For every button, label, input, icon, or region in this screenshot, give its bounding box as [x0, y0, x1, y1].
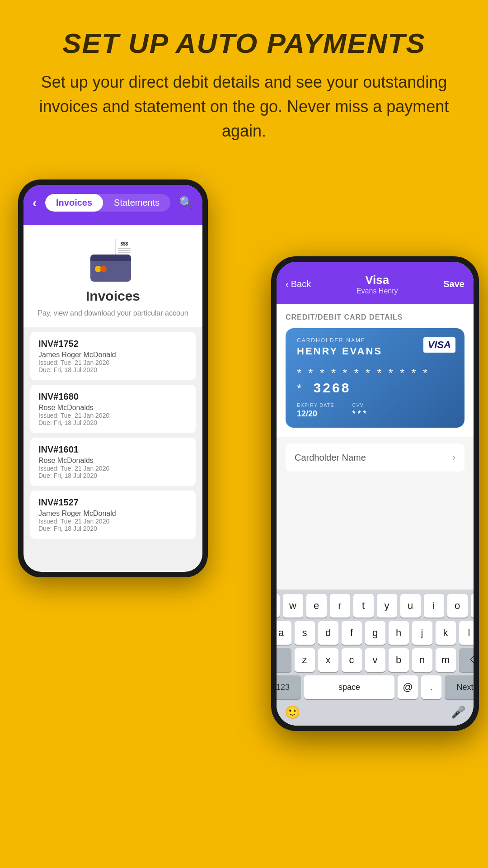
cardholder-field-label: Cardholder Name [295, 453, 366, 463]
microphone-button[interactable]: 🎤 [451, 705, 465, 719]
key-h[interactable]: h [389, 621, 409, 645]
tab-invoices[interactable]: Invoices [45, 194, 103, 212]
key-y[interactable]: y [377, 594, 397, 618]
key-w[interactable]: w [283, 594, 303, 618]
key-b[interactable]: b [389, 648, 409, 672]
inv-dates: Issued: Tue, 21 Jan 2020 Due: Fri, 18 Ju… [38, 465, 188, 479]
card-number: * * * * * * * * * * * * * 3268 [297, 366, 453, 396]
expiry-field: EXPIRY DATE 12/20 [297, 402, 334, 419]
save-button[interactable]: Save [443, 279, 465, 289]
card-section-label: CREDIT/DEBIT CARD DETAILS [286, 313, 465, 321]
key-k[interactable]: k [436, 621, 456, 645]
chevron-right-icon: › [452, 452, 455, 463]
key-m[interactable]: m [436, 648, 456, 672]
key-backspace[interactable]: ⌫ [459, 648, 474, 672]
search-icon[interactable]: 🔍 [179, 196, 193, 210]
header-title: Visa [357, 273, 398, 287]
key-123[interactable]: 123 [277, 675, 301, 699]
header-section: SET UP AUTO PAYMENTS Set up your direct … [0, 0, 488, 157]
header-subtitle: Evans Henry [357, 287, 398, 295]
phone1-device: ‹ Invoices Statements 🔍 $$$ [18, 179, 208, 577]
key-i[interactable]: i [424, 594, 444, 618]
keyboard-row-2: a s d f g h j k l [280, 621, 470, 645]
page-title: SET UP AUTO PAYMENTS [36, 27, 452, 59]
key-at[interactable]: @ [398, 675, 418, 699]
phone1-hero-desc: Pay, view and download your particular a… [33, 308, 193, 318]
inv-number: INV#1680 [38, 392, 188, 402]
keyboard-row-3: ⇧ z x c v b n m ⌫ [280, 648, 470, 672]
inv-name: James Roger McDonald [38, 509, 188, 518]
inv-dates: Issued: Tue, 21 Jan 2020 Due: Fri, 18 Ju… [38, 359, 188, 373]
inv-name: Rose McDonalds [38, 457, 188, 465]
page-subtitle: Set up your direct debit details and see… [36, 70, 452, 143]
card-section: CREDIT/DEBIT CARD DETAILS VISA CARDHOLDE… [277, 304, 474, 437]
keyboard-row-4: 123 space @ . Next [280, 675, 470, 699]
invoice-item-1601[interactable]: INV#1601 Rose McDonalds Issued: Tue, 21 … [30, 438, 196, 486]
invoice-item-1752[interactable]: INV#1752 James Roger McDonald Issued: Tu… [30, 332, 196, 380]
inv-dates: Issued: Tue, 21 Jan 2020 Due: Fri, 18 Ju… [38, 412, 188, 426]
phones-container: ‹ Invoices Statements 🔍 $$$ [0, 166, 488, 790]
phone1-header: ‹ Invoices Statements 🔍 [23, 185, 202, 225]
key-d[interactable]: d [318, 621, 338, 645]
key-a[interactable]: a [277, 621, 291, 645]
keyboard: q w e r t y u i o p a s d f g [277, 590, 474, 726]
key-o[interactable]: o [447, 594, 468, 618]
header-center: Visa Evans Henry [357, 273, 398, 295]
keyboard-row-1: q w e r t y u i o p [280, 594, 470, 618]
inv-number: INV#1601 [38, 444, 188, 455]
key-z[interactable]: z [295, 648, 315, 672]
phone1-back-icon[interactable]: ‹ [33, 196, 37, 210]
key-space[interactable]: space [304, 675, 394, 699]
key-g[interactable]: g [365, 621, 385, 645]
invoice-list: INV#1752 James Roger McDonald Issued: Tu… [23, 327, 202, 548]
key-shift[interactable]: ⇧ [277, 648, 291, 672]
invoice-item-1527[interactable]: INV#1527 James Roger McDonald Issued: Tu… [30, 491, 196, 539]
inv-number: INV#1752 [38, 339, 188, 349]
key-l[interactable]: l [459, 621, 474, 645]
emoji-button[interactable]: 🙂 [285, 705, 300, 720]
key-x[interactable]: x [318, 648, 338, 672]
inv-dates: Issued: Tue, 21 Jan 2020 Due: Fri, 18 Ju… [38, 518, 188, 532]
key-period[interactable]: . [421, 675, 441, 699]
phone1-hero: $$$ Invoices Pay, view [23, 225, 202, 327]
key-n[interactable]: n [412, 648, 432, 672]
key-next[interactable]: Next [445, 675, 474, 699]
inv-name: James Roger McDonald [38, 351, 188, 359]
key-r[interactable]: r [330, 594, 350, 618]
key-v[interactable]: v [365, 648, 385, 672]
key-s[interactable]: s [295, 621, 315, 645]
phone2-header: ‹ Back Visa Evans Henry Save [277, 262, 474, 304]
key-q[interactable]: q [277, 594, 280, 618]
phone2-device: ‹ Back Visa Evans Henry Save CREDIT/DEBI… [271, 256, 479, 731]
cvv-field: CVV * * * [352, 402, 366, 419]
key-u[interactable]: u [400, 594, 421, 618]
phone1-hero-title: Invoices [33, 288, 193, 304]
key-c[interactable]: c [342, 648, 362, 672]
back-chevron-icon: ‹ [286, 279, 289, 289]
phone1-screen: ‹ Invoices Statements 🔍 $$$ [23, 185, 202, 572]
cardholder-name-field[interactable]: Cardholder Name › [286, 443, 465, 472]
phone2-screen: ‹ Back Visa Evans Henry Save CREDIT/DEBI… [277, 262, 474, 726]
key-t[interactable]: t [353, 594, 374, 618]
invoice-item-1680[interactable]: INV#1680 Rose McDonalds Issued: Tue, 21 … [30, 385, 196, 433]
keyboard-bottom: 🙂 🎤 [280, 703, 470, 722]
key-e[interactable]: e [306, 594, 327, 618]
inv-number: INV#1527 [38, 497, 188, 508]
credit-card: VISA CARDHOLDER NAME HENRY EVANS * * * *… [286, 328, 465, 428]
inv-name: Rose McDonalds [38, 404, 188, 412]
back-label: Back [291, 279, 311, 289]
cardholder-label: CARDHOLDER NAME [297, 337, 453, 344]
dollar-sign: $$$ [118, 241, 131, 246]
phone1-tabs: Invoices Statements [45, 194, 170, 212]
key-j[interactable]: j [412, 621, 432, 645]
key-p[interactable]: p [471, 594, 474, 618]
back-button[interactable]: ‹ Back [286, 279, 311, 289]
tab-statements[interactable]: Statements [103, 194, 170, 212]
card-footer: EXPIRY DATE 12/20 CVV * * * [297, 402, 453, 419]
key-f[interactable]: f [342, 621, 362, 645]
